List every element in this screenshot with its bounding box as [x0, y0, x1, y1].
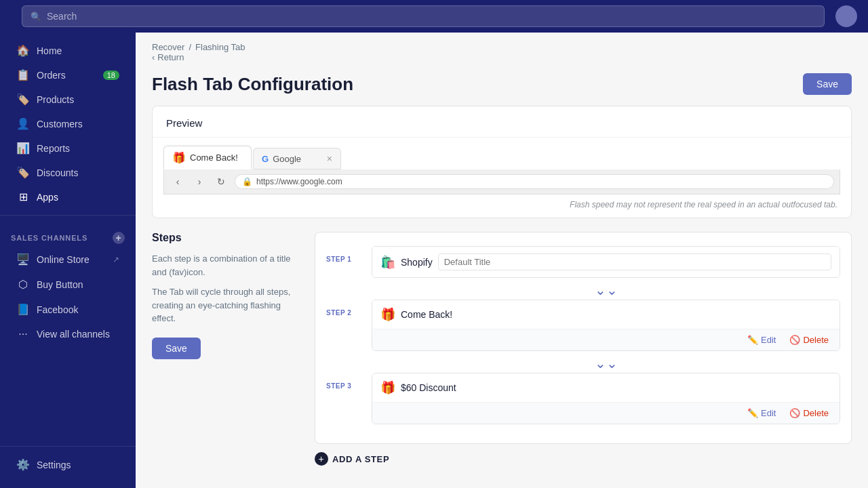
sidebar-item-view-all-channels[interactable]: ··· View all channels	[5, 323, 130, 346]
browser-toolbar: ‹ › ↻ 🔒 https://www.google.com	[163, 169, 840, 195]
arrow-down-icon-2: ⌄⌄	[595, 357, 618, 370]
sidebar-item-label: Apps	[37, 192, 58, 203]
page-title: Flash Tab Configuration	[152, 74, 353, 95]
tab-label-google: Google	[273, 154, 301, 164]
step-3-label: STEP 3	[326, 373, 363, 390]
step-2-label: STEP 2	[326, 300, 363, 317]
breadcrumb: Recover / Flashing Tab	[136, 33, 868, 52]
browser-tab-google[interactable]: G Google ×	[253, 148, 341, 169]
pencil-icon-3: ✏️	[747, 408, 758, 418]
chevron-left-icon: ‹	[152, 52, 155, 62]
steps-desc-1: Each step is a combination of a title an…	[152, 252, 301, 279]
sidebar-item-settings[interactable]: ⚙️ Settings	[5, 453, 130, 476]
external-link-icon: ↗	[113, 255, 119, 264]
step-2-favicon: 🎁	[380, 307, 395, 322]
step-2-delete-button[interactable]: 🚫 Delete	[787, 333, 831, 346]
pencil-icon: ✏️	[747, 335, 758, 345]
sidebar-item-online-store[interactable]: 🖥️ Online Store ↗	[5, 247, 130, 271]
tab-label-comeback: Come Back!	[190, 152, 238, 163]
page-header: Flash Tab Configuration Save	[136, 65, 868, 106]
tab-close-icon[interactable]: ×	[327, 153, 332, 164]
sidebar-item-label: Discounts	[37, 167, 78, 178]
address-bar[interactable]: 🔒 https://www.google.com	[235, 174, 834, 189]
step-3-delete-button[interactable]: 🚫 Delete	[787, 407, 831, 420]
steps-flow-card: STEP 1 🛍️ Shopify ⌄⌄	[315, 232, 852, 444]
step-3-item: STEP 3 🎁 $60 Discount ✏️ Edit	[326, 373, 840, 424]
step-3-card: 🎁 $60 Discount ✏️ Edit 🚫	[372, 373, 840, 424]
sidebar-item-products[interactable]: 🏷️ Products	[5, 87, 130, 111]
reports-icon: 📊	[16, 142, 30, 155]
return-link[interactable]: ‹ Return	[136, 52, 868, 65]
sidebar-item-label: Home	[37, 45, 62, 56]
avatar[interactable]	[835, 5, 857, 27]
breadcrumb-separator: /	[189, 42, 191, 52]
sidebar: 🏠 Home 📋 Orders 18 🏷️ Products 👤 Custome…	[0, 33, 136, 488]
steps-section: Steps Each step is a combination of a ti…	[152, 232, 852, 468]
save-button-main[interactable]: Save	[803, 73, 852, 95]
search-input[interactable]	[47, 11, 816, 22]
search-icon: 🔍	[31, 12, 41, 22]
steps-desc-2: The Tab will cycle through all steps, cr…	[152, 285, 301, 325]
customers-icon: 👤	[16, 117, 30, 130]
preview-card: Preview 🎁 Come Back! G Google ×	[152, 106, 852, 218]
add-channel-button[interactable]: +	[113, 232, 125, 244]
sales-channels-label: SALES CHANNELS +	[0, 221, 136, 247]
sidebar-item-orders[interactable]: 📋 Orders 18	[5, 63, 130, 87]
sidebar-item-label: Customers	[37, 119, 83, 129]
buy-button-icon: ⬡	[16, 278, 30, 291]
steps-flow-col: STEP 1 🛍️ Shopify ⌄⌄	[315, 232, 852, 468]
reload-button[interactable]: ↻	[213, 174, 229, 190]
step-1-header: 🛍️ Shopify	[372, 247, 840, 277]
step-2-header: 🎁 Come Back!	[372, 300, 840, 329]
topbar: 🔍	[0, 0, 868, 33]
step-connector-2: ⌄⌄	[372, 357, 840, 370]
plus-icon: +	[315, 452, 328, 466]
orders-icon: 📋	[16, 68, 30, 81]
products-icon: 🏷️	[16, 93, 30, 106]
step-2-edit-button[interactable]: ✏️ Edit	[745, 333, 778, 346]
address-url: https://www.google.com	[256, 177, 342, 186]
settings-icon: ⚙️	[16, 458, 30, 471]
breadcrumb-current: Flashing Tab	[195, 42, 245, 52]
sidebar-item-facebook[interactable]: 📘 Facebook	[5, 298, 130, 321]
sidebar-item-home[interactable]: 🏠 Home	[5, 39, 130, 62]
step-1-card: 🛍️ Shopify	[372, 246, 840, 278]
facebook-icon: 📘	[16, 303, 30, 316]
content-area: Preview 🎁 Come Back! G Google ×	[136, 106, 868, 485]
search-bar[interactable]: 🔍	[22, 5, 825, 27]
lock-icon: 🔒	[242, 177, 252, 186]
sidebar-item-discounts[interactable]: 🏷️ Discounts	[5, 161, 130, 184]
flash-note: Flash speed may not represent the real s…	[163, 195, 840, 209]
step-3-edit-button[interactable]: ✏️ Edit	[745, 407, 778, 420]
step-1-item: STEP 1 🛍️ Shopify	[326, 246, 840, 278]
ellipsis-icon: ···	[16, 328, 30, 340]
browser-tab-comeback[interactable]: 🎁 Come Back!	[163, 146, 252, 169]
home-icon: 🏠	[16, 44, 30, 57]
delete-icon: 🚫	[789, 335, 800, 345]
back-button[interactable]: ‹	[170, 174, 186, 190]
save-button-steps[interactable]: Save	[152, 338, 201, 359]
preview-heading: Preview	[153, 106, 851, 138]
sidebar-item-label: Reports	[37, 143, 70, 154]
sidebar-item-buy-button[interactable]: ⬡ Buy Button	[5, 272, 130, 296]
step-1-label: STEP 1	[326, 246, 363, 263]
steps-description: Steps Each step is a combination of a ti…	[152, 232, 301, 468]
apps-icon: ⊞	[16, 190, 30, 203]
add-step-button[interactable]: + ADD A STEP	[315, 444, 389, 468]
sidebar-divider	[0, 215, 136, 216]
sidebar-item-customers[interactable]: 👤 Customers	[5, 112, 130, 136]
browser-tabs: 🎁 Come Back! G Google ×	[163, 146, 840, 169]
breadcrumb-parent[interactable]: Recover	[152, 42, 184, 52]
step-2-item: STEP 2 🎁 Come Back! ✏️ Edit	[326, 300, 840, 351]
sidebar-item-label: Online Store	[37, 254, 90, 265]
forward-button[interactable]: ›	[191, 174, 208, 190]
sidebar-item-apps[interactable]: ⊞ Apps	[5, 185, 130, 209]
sidebar-item-reports[interactable]: 📊 Reports	[5, 136, 130, 160]
step-3-favicon: 🎁	[380, 380, 395, 395]
step-3-header: 🎁 $60 Discount	[372, 373, 840, 402]
main-content: Recover / Flashing Tab ‹ Return Flash Ta…	[136, 33, 868, 488]
step-1-title: Shopify	[401, 257, 433, 268]
step-1-input[interactable]	[438, 253, 831, 270]
step-1-favicon: 🛍️	[380, 255, 395, 270]
arrow-down-icon-1: ⌄⌄	[595, 283, 618, 297]
